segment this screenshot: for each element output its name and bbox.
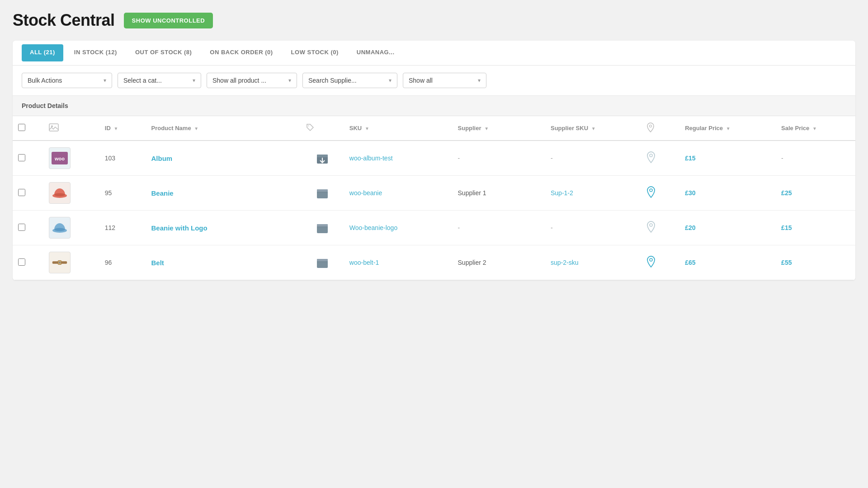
location-cell [641,141,680,176]
product-tag-cell [301,141,344,176]
image-header [43,116,99,141]
category-chevron-icon: ▾ [193,77,195,84]
main-card: ALL (21) IN STOCK (12) OUT OF STOCK (8) … [13,41,855,280]
row-checkbox[interactable] [18,154,25,161]
id-sort-icon: ▼ [113,126,118,131]
tab-in-stock[interactable]: IN STOCK (12) [65,41,126,65]
table-section-header: Product Details [13,96,855,116]
product-type-dropdown[interactable]: Show all product ... ▾ [207,73,297,88]
select-all-checkbox[interactable] [18,124,25,131]
product-image-cell: woo [43,141,99,176]
row-checkbox[interactable] [18,224,25,231]
svg-point-21 [650,224,652,226]
product-type-icon [315,151,330,165]
id-header[interactable]: ID ▼ [99,116,146,141]
sku-header[interactable]: SKU ▼ [344,116,453,141]
sale-price-cell: £25 [776,176,855,211]
svg-point-11 [54,193,65,197]
supplier-sku-link[interactable]: Sup-1-2 [551,189,573,197]
location-header [641,116,680,141]
svg-point-1 [51,126,53,127]
supplier-chevron-icon: ▾ [389,77,392,84]
row-checkbox-cell [13,141,43,176]
row-checkbox[interactable] [18,189,25,196]
sku-link[interactable]: woo-album-test [349,155,393,162]
supplier-cell: Supplier 2 [453,245,545,280]
table-row: 96 Belt woo-belt-1 Supplier 2 sup-2-sku [13,245,855,280]
bulk-actions-dropdown[interactable]: Bulk Actions ▾ [22,73,112,88]
supplier-sku-link[interactable]: sup-2-sku [551,259,578,266]
supplier-sku-cell: - [545,211,641,245]
sale-price-header[interactable]: Sale Price ▼ [776,116,855,141]
product-name-header[interactable]: Product Name ▼ [146,116,301,141]
supplier-sku-header[interactable]: Supplier SKU ▼ [545,116,641,141]
svg-rect-13 [317,189,328,192]
svg-point-3 [649,125,651,127]
bulk-actions-chevron-icon: ▾ [104,77,106,84]
supplier-sku-sort-icon: ▼ [591,126,596,131]
category-label: Select a cat... [123,77,162,84]
tab-all[interactable]: ALL (21) [22,44,63,61]
show-all-dropdown[interactable]: Show all ▾ [403,73,486,88]
sku-link[interactable]: Woo-beanie-logo [349,224,397,231]
svg-rect-26 [317,259,328,262]
sku-cell: woo-belt-1 [344,245,453,280]
sale-price-cell: £15 [776,211,855,245]
supplier-cell: Supplier 1 [453,176,545,211]
regular-price: £30 [685,189,695,197]
location-icon[interactable] [646,190,656,200]
product-type-icon [315,221,330,235]
sku-link[interactable]: woo-belt-1 [349,259,379,266]
product-id: 96 [105,259,112,266]
regular-price: £65 [685,259,695,266]
product-name-link[interactable]: Album [151,155,173,162]
regular-price-cell: £30 [679,176,776,211]
product-name-link[interactable]: Beanie [151,189,174,197]
location-icon[interactable] [646,259,656,269]
tabs-bar: ALL (21) IN STOCK (12) OUT OF STOCK (8) … [13,41,855,66]
supplier-header[interactable]: Supplier ▼ [453,116,545,141]
product-name-link[interactable]: Belt [151,259,164,267]
product-type-label: Show all product ... [212,77,266,84]
product-tag-cell [301,245,344,280]
product-tag-cell [301,211,344,245]
supplier-search-dropdown[interactable]: Search Supplie... ▾ [302,73,397,88]
filters-bar: Bulk Actions ▾ Select a cat... ▾ Show al… [13,66,855,96]
regular-price-cell: £20 [679,211,776,245]
svg-rect-7 [317,155,328,157]
product-id: 103 [105,155,115,162]
sale-price-sort-icon: ▼ [812,126,817,131]
tab-out-of-stock[interactable]: OUT OF STOCK (8) [126,41,201,65]
row-checkbox[interactable] [18,258,25,266]
product-type-icon [315,186,330,200]
product-id-cell: 103 [99,141,146,176]
location-cell [641,245,680,280]
tab-unmanaged[interactable]: UNMANAG... [348,41,404,65]
row-checkbox-cell [13,176,43,211]
regular-price-sort-icon: ▼ [726,126,731,131]
sku-cell: woo-album-test [344,141,453,176]
svg-rect-0 [49,124,58,131]
supplier-cell: - [453,141,545,176]
product-name-cell: Album [146,141,301,176]
product-name-cell: Beanie with Logo [146,211,301,245]
svg-point-2 [308,126,309,127]
svg-point-9 [650,154,652,157]
regular-price-header[interactable]: Regular Price ▼ [679,116,776,141]
show-uncontrolled-button[interactable]: SHOW UNCONTROLLED [124,13,213,28]
product-image-cell [43,211,99,245]
location-icon[interactable] [646,225,656,235]
tab-low-stock[interactable]: LOW STOCK (0) [282,41,348,65]
supplier-sku-cell: - [545,141,641,176]
regular-price-cell: £15 [679,141,776,176]
sale-price-cell: £55 [776,245,855,280]
location-icon[interactable] [646,155,656,165]
table-row: 112 Beanie with Logo Woo-beanie-logo - - [13,211,855,245]
tab-on-back-order[interactable]: ON BACK ORDER (0) [201,41,282,65]
product-id: 112 [105,224,115,231]
product-name-cell: Belt [146,245,301,280]
category-dropdown[interactable]: Select a cat... ▾ [118,73,201,88]
product-name-link[interactable]: Beanie with Logo [151,224,208,232]
sku-link[interactable]: woo-beanie [349,189,382,197]
name-sort-icon: ▼ [194,126,198,131]
